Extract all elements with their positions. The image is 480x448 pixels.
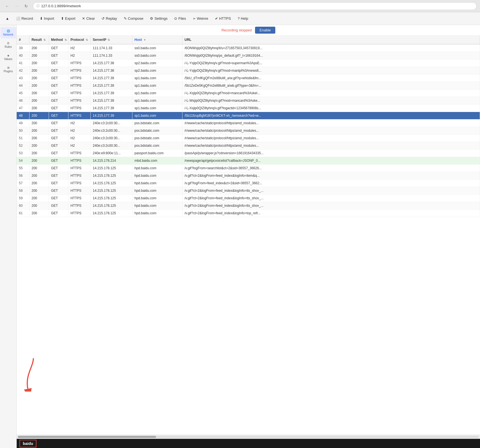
row-result: 200 xyxy=(29,187,49,195)
scrollbar-thumb[interactable] xyxy=(18,436,156,438)
col-header-result[interactable]: Result ⇅ xyxy=(29,36,49,44)
row-host: hpd.baidu.com xyxy=(132,180,182,187)
sidebar-item-plugins[interactable]: ⊞ Plugins xyxy=(1,64,16,75)
row-url: /passApi/js/wrapper.js?cdnversion=166191… xyxy=(182,150,480,157)
address-bar[interactable]: ⓘ 127.0.0.1:8899/#network xyxy=(33,2,477,10)
row-url: /v.gif?logFrom=searchlist&ct=2&sid=36557… xyxy=(182,165,480,172)
record-icon: ⬜ xyxy=(16,16,20,21)
col-header-num[interactable]: # xyxy=(17,36,29,44)
weinre-button[interactable]: ➢ Weinre xyxy=(190,15,211,22)
row-protocol: HTTPS xyxy=(68,74,90,82)
table-row[interactable]: 40200GETH2111.174.1.33ss0.baidu.com/6ONW… xyxy=(17,52,480,59)
replay-label: Replay xyxy=(106,16,117,21)
table-row[interactable]: 50200GETH2240e:c3:2c00:30...pss.bdstatic… xyxy=(17,127,480,135)
protocol-sort-icon: ⇅ xyxy=(86,38,88,41)
row-url: /newspage/api/getpcvoicelist?callback=JS… xyxy=(182,157,480,165)
row-host: sp2.baidu.com xyxy=(132,67,182,74)
table-row[interactable]: 57200GETHTTPS14.215.178.125hpd.baidu.com… xyxy=(17,180,480,187)
settings-icon: ⚙ xyxy=(150,16,153,21)
row-host: sp1.baidu.com xyxy=(132,82,182,89)
clear-button[interactable]: ✕ Clear xyxy=(79,15,98,22)
row-url: /v.gif?ct=2&logFrom=feed_index&logInfo=t… xyxy=(182,210,480,217)
row-url: /r/www/cache/static/protocol/https/amd_m… xyxy=(182,135,480,142)
col-header-url[interactable]: URL xyxy=(182,36,480,44)
host-sort-icon: ▼ xyxy=(143,38,146,41)
table-row[interactable]: 61200GETHTTPS14.215.178.125hpd.baidu.com… xyxy=(17,210,480,217)
table-row[interactable]: 51200GETH2240e:c3:2c00:30...pss.bdstatic… xyxy=(17,135,480,142)
serverip-sort-icon: ⇅ xyxy=(108,38,110,41)
table-row[interactable]: 52200GETH2240e:c3:2c00:30...pss.bdstatic… xyxy=(17,142,480,150)
table-row[interactable]: 48200GETHTTPS14.215.177.39sp1.baidu.com/… xyxy=(17,112,480,120)
table-row[interactable]: 46200GETHTTPS14.215.177.39sp1.baidu.com/… xyxy=(17,97,480,104)
back-button[interactable]: ← xyxy=(3,2,11,10)
row-num: 58 xyxy=(17,187,29,195)
files-button[interactable]: ⊙ Files xyxy=(171,15,189,22)
collapse-button[interactable]: ▲ xyxy=(3,15,12,22)
row-url: /-L-YsjipOQiZ8tyhnq/v.gif?mod=superman%3… xyxy=(182,59,480,67)
sidebar-item-rules[interactable]: ☰ Rules xyxy=(1,39,16,51)
help-label: Help xyxy=(241,16,248,21)
table-row[interactable]: 55200GETHTTPS14.215.178.125hpd.baidu.com… xyxy=(17,165,480,172)
table-row[interactable]: 43200GETHTTPS14.215.177.39sp1.baidu.com/… xyxy=(17,74,480,82)
https-button[interactable]: ✔ HTTPS xyxy=(212,15,234,22)
table-row[interactable]: 53200GETHTTPS240e:e9:800e:11...passport.… xyxy=(17,150,480,157)
replay-button[interactable]: ↺ Replay xyxy=(99,15,120,22)
sidebar: 🌐 Network ☰ Rules ◈ Values ⊞ Plugins xyxy=(0,25,17,448)
row-host: sp1.baidu.com xyxy=(132,97,182,104)
row-result: 200 xyxy=(29,44,49,52)
compose-button[interactable]: ✎ Compose xyxy=(121,15,146,22)
row-method: GET xyxy=(49,157,68,165)
enable-button[interactable]: Enable xyxy=(255,27,275,34)
row-protocol: HTTPS xyxy=(68,104,90,112)
table-row[interactable]: 47200GETHTTPS14.215.177.39sp1.baidu.com/… xyxy=(17,104,480,112)
row-host: hpd.baidu.com xyxy=(132,210,182,217)
row-host: sp2.baidu.com xyxy=(132,59,182,67)
col-header-host[interactable]: Host ▼ xyxy=(132,36,182,44)
help-button[interactable]: ? Help xyxy=(235,15,251,22)
row-num: 46 xyxy=(17,97,29,104)
col-header-method[interactable]: Method ⇅ xyxy=(49,36,68,44)
network-table-container[interactable]: # Result ⇅ Method ⇅ Protocol ⇅ ServerIP … xyxy=(17,36,480,435)
row-protocol: H2 xyxy=(68,120,90,127)
settings-button[interactable]: ⚙ Settings xyxy=(147,15,170,22)
row-method: GET xyxy=(49,112,68,120)
table-row[interactable]: 42200GETHTTPS14.215.177.38sp2.baidu.com/… xyxy=(17,67,480,74)
rules-icon: ☰ xyxy=(7,42,9,45)
scrollbar-track xyxy=(18,436,479,438)
row-host: hpd.baidu.com xyxy=(132,172,182,180)
row-url: /r/www/cache/static/protocol/https/amd_m… xyxy=(182,142,480,150)
row-result: 200 xyxy=(29,97,49,104)
refresh-button[interactable]: ↻ xyxy=(22,2,30,10)
sidebar-item-values[interactable]: ◈ Values xyxy=(1,52,16,63)
table-row[interactable]: 59200GETHTTPS14.215.178.125hpd.baidu.com… xyxy=(17,195,480,202)
sidebar-item-network[interactable]: 🌐 Network xyxy=(1,27,16,38)
forward-button[interactable]: → xyxy=(13,2,21,10)
record-button[interactable]: ⬜ Record xyxy=(13,15,36,22)
table-row[interactable]: 54200GETHTTPS14.215.178.214mbd.baidu.com… xyxy=(17,157,480,165)
row-host: sp1.baidu.com xyxy=(132,89,182,97)
import-button[interactable]: ⬇ Import xyxy=(37,15,57,22)
horizontal-scrollbar[interactable] xyxy=(17,435,480,439)
table-row[interactable]: 45200GETHTTPS14.215.177.39sp1.baidu.com/… xyxy=(17,89,480,97)
col-header-protocol[interactable]: Protocol ⇅ xyxy=(68,36,90,44)
record-label: Record xyxy=(21,16,33,21)
table-row[interactable]: 60200GETHTTPS14.215.178.125hpd.baidu.com… xyxy=(17,202,480,210)
row-num: 51 xyxy=(17,135,29,142)
table-row[interactable]: 39200GETH2111.174.1.33ss0.baidu.com/6ONW… xyxy=(17,44,480,52)
row-url: /-L-Xsjip0QIZ8tyhnq/v.gif?mod=mancard%3A… xyxy=(182,89,480,97)
table-row[interactable]: 56200GETHTTPS14.215.178.125hpd.baidu.com… xyxy=(17,172,480,180)
tooltip-text: baidu xyxy=(23,441,33,446)
export-button[interactable]: ⬆ Export xyxy=(58,15,78,22)
row-url: /r/www/cache/static/protocol/https/amd_m… xyxy=(182,120,480,127)
chevron-icon: ▲ xyxy=(6,16,9,21)
row-url: /6ONWsjip0QIZ8tyhnq/it/u=271657503,34573… xyxy=(182,44,480,52)
table-row[interactable]: 44200GETHTTPS14.215.177.39sp1.baidu.com/… xyxy=(17,82,480,89)
table-row[interactable]: 49200GETH2240e:c3:2c00:30...pss.bdstatic… xyxy=(17,120,480,127)
col-header-serverip[interactable]: ServerIP ⇅ xyxy=(90,36,132,44)
row-result: 200 xyxy=(29,74,49,82)
row-method: GET xyxy=(49,195,68,202)
table-row[interactable]: 58200GETHTTPS14.215.178.125hpd.baidu.com… xyxy=(17,187,480,195)
table-row[interactable]: 41200GETHTTPS14.215.177.38sp2.baidu.com/… xyxy=(17,59,480,67)
row-url: /r/www/cache/static/protocol/https/amd_m… xyxy=(182,127,480,135)
import-label: Import xyxy=(44,16,54,21)
